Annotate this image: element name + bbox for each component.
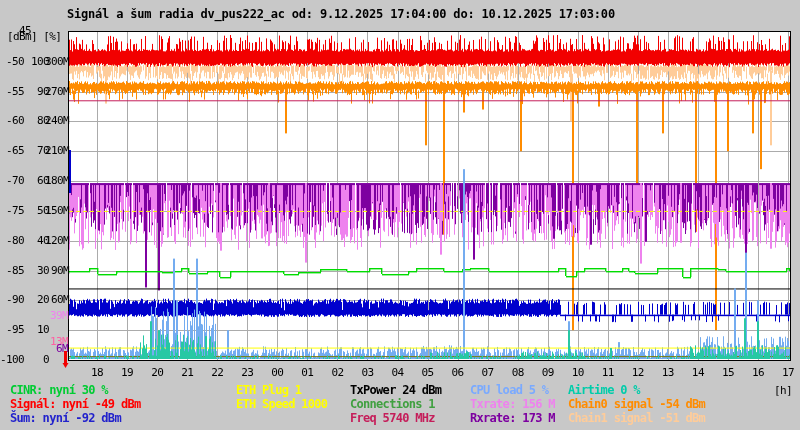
legend-item: Rxrate: 173 M (470, 412, 555, 424)
legend-item: Šum: nyní -92 dBm (10, 412, 121, 424)
legend-item: CPU load 5 % (470, 384, 548, 396)
legend-item: Freq 5740 MHz (350, 412, 435, 424)
legend-item: Chain1 signal -51 dBm (568, 412, 705, 424)
legend-item: TxPower 24 dBm (350, 384, 441, 396)
legend-item: ETH Plug 1 (236, 384, 301, 396)
legend-item: CINR: nyní 30 % (10, 384, 108, 396)
mrtg-signal-noise-graph: Signál a šum radia dv_pus222_ac od: 9.12… (0, 0, 800, 430)
legend-item: Signál: nyní -49 dBm (10, 398, 141, 410)
legend: CINR: nyní 30 %Signál: nyní -49 dBmŠum: … (0, 0, 800, 430)
legend-item: Txrate: 156 M (470, 398, 555, 410)
legend-item: ETH Speed 1000 (236, 398, 327, 410)
legend-item: Connections 1 (350, 398, 435, 410)
legend-item: Chain0 signal -54 dBm (568, 398, 705, 410)
legend-item: Airtime 0 % (568, 384, 640, 396)
